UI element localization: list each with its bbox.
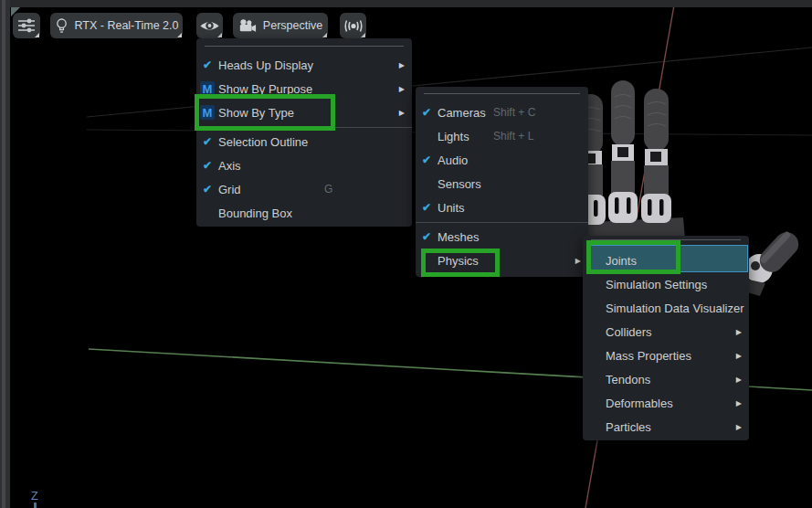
- menu-item-grid[interactable]: ✔ Grid G: [196, 177, 412, 201]
- menu-item-bounding-box[interactable]: Bounding Box: [196, 201, 412, 225]
- submenu-arrow-icon: ▶: [736, 376, 742, 384]
- annotation-box-joints: [586, 240, 680, 274]
- annotation-box-show-by-type: [195, 94, 335, 131]
- annotation-box-physics: [421, 249, 500, 277]
- submenu-arrow-icon: ▶: [736, 352, 742, 360]
- check-icon: ✔: [416, 230, 438, 243]
- video-camera-icon: [238, 18, 257, 33]
- menu-item-sensors[interactable]: Sensors: [416, 172, 588, 196]
- shortcut-label: Shift + C: [493, 106, 535, 119]
- viewport-left-strip-highlight: [2, 0, 5, 508]
- menu-item-lights[interactable]: Lights Shift + L: [416, 124, 588, 148]
- sliders-icon: [16, 17, 37, 34]
- visibility-menu: ✔ Heads Up Display ▶ M Show By Purpose ▶…: [196, 38, 412, 227]
- menu-drag-handle[interactable]: [424, 93, 580, 94]
- menu-item-audio[interactable]: ✔ Audio: [416, 148, 588, 172]
- submenu-arrow-icon: ▶: [399, 61, 405, 69]
- hand-finger: [641, 89, 671, 223]
- lightbulb-icon: [55, 17, 69, 34]
- shortcut-label: Shift + L: [493, 130, 533, 143]
- check-icon: ✔: [196, 183, 218, 196]
- menu-item-selection-outline[interactable]: ✔ Selection Outline: [196, 130, 412, 153]
- hand-finger: [608, 80, 638, 223]
- visibility-button[interactable]: [196, 13, 223, 38]
- axis-z-label: Z: [31, 490, 38, 503]
- shortcut-label: G: [324, 183, 332, 196]
- camera-button[interactable]: Perspective: [233, 13, 328, 38]
- menu-item-cameras[interactable]: ✔ Cameras Shift + C: [416, 101, 588, 124]
- viewport-settings-button[interactable]: [13, 13, 40, 38]
- check-icon: ✔: [416, 153, 438, 166]
- menu-item-particles[interactable]: Particles ▶: [583, 415, 749, 439]
- menu-item-meshes[interactable]: ✔ Meshes: [416, 225, 588, 249]
- menu-drag-handle[interactable]: [205, 46, 404, 47]
- check-icon: ✔: [196, 58, 218, 71]
- camera-label: Perspective: [263, 19, 322, 32]
- render-settings-button[interactable]: [340, 13, 366, 38]
- viewport-left-strip: [0, 0, 10, 508]
- submenu-arrow-icon: ▶: [399, 109, 405, 117]
- menu-item-axis[interactable]: ✔ Axis: [196, 153, 412, 177]
- menu-item-tendons[interactable]: Tendons ▶: [583, 367, 749, 391]
- menu-item-colliders[interactable]: Colliders ▶: [583, 320, 749, 344]
- menu-item-simulation-settings[interactable]: Simulation Settings: [583, 272, 749, 296]
- submenu-arrow-icon: ▶: [736, 423, 742, 431]
- window-top-edge: [0, 0, 812, 7]
- check-icon: ✔: [416, 106, 438, 119]
- menu-item-units[interactable]: ✔ Units: [416, 196, 588, 219]
- submenu-arrow-icon: ▶: [736, 328, 742, 336]
- render-engine-label: RTX - Real-Time 2.0: [75, 19, 179, 32]
- submenu-arrow-icon: ▶: [736, 399, 742, 407]
- signal-icon: [343, 19, 364, 33]
- menu-item-deformables[interactable]: Deformables ▶: [583, 391, 749, 415]
- menu-separator: [416, 222, 588, 223]
- menu-item-simulation-data-visualizer[interactable]: Simulation Data Visualizer: [583, 296, 749, 320]
- axis-z-line: [34, 503, 37, 508]
- submenu-arrow-icon: ▶: [575, 257, 581, 265]
- check-icon: ✔: [196, 159, 218, 172]
- check-icon: ✔: [196, 135, 218, 148]
- menu-item-mass-properties[interactable]: Mass Properties ▶: [583, 344, 749, 367]
- render-engine-button[interactable]: RTX - Real-Time 2.0: [50, 13, 183, 38]
- submenu-arrow-icon: ▶: [399, 85, 405, 93]
- hand-thumb: [745, 228, 804, 296]
- eye-icon: [199, 17, 220, 34]
- check-icon: ✔: [416, 201, 438, 214]
- menu-item-heads-up-display[interactable]: ✔ Heads Up Display ▶: [196, 53, 412, 77]
